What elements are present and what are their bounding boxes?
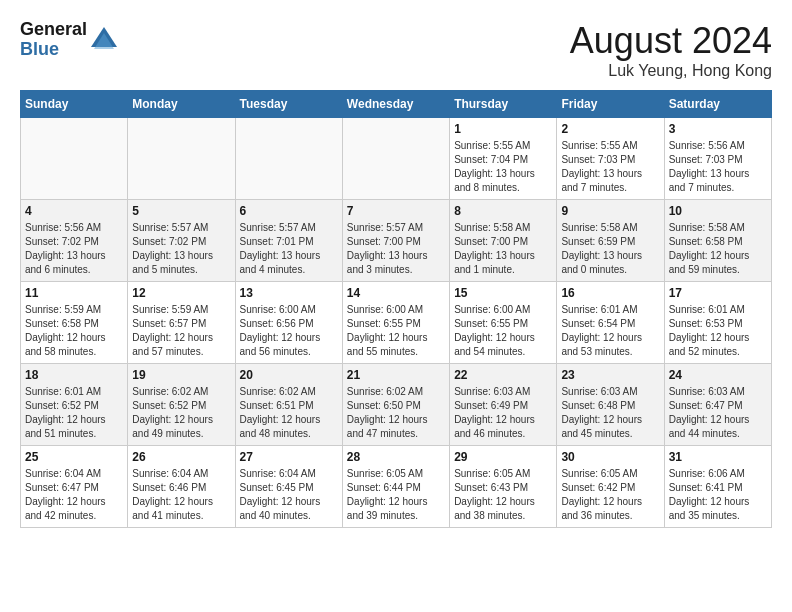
day-info: Sunrise: 6:03 AM Sunset: 6:47 PM Dayligh… — [669, 385, 767, 441]
day-info: Sunrise: 6:02 AM Sunset: 6:52 PM Dayligh… — [132, 385, 230, 441]
calendar-cell — [342, 118, 449, 200]
day-number: 7 — [347, 204, 445, 218]
logo-icon — [89, 25, 119, 55]
calendar-cell: 6Sunrise: 5:57 AM Sunset: 7:01 PM Daylig… — [235, 200, 342, 282]
day-number: 19 — [132, 368, 230, 382]
weekday-header-wednesday: Wednesday — [342, 91, 449, 118]
calendar-cell: 18Sunrise: 6:01 AM Sunset: 6:52 PM Dayli… — [21, 364, 128, 446]
day-number: 16 — [561, 286, 659, 300]
calendar-cell: 22Sunrise: 6:03 AM Sunset: 6:49 PM Dayli… — [450, 364, 557, 446]
day-number: 9 — [561, 204, 659, 218]
page-header: General Blue August 2024 Luk Yeung, Hong… — [20, 20, 772, 80]
day-number: 30 — [561, 450, 659, 464]
calendar-cell: 4Sunrise: 5:56 AM Sunset: 7:02 PM Daylig… — [21, 200, 128, 282]
calendar-cell: 25Sunrise: 6:04 AM Sunset: 6:47 PM Dayli… — [21, 446, 128, 528]
day-number: 2 — [561, 122, 659, 136]
calendar-cell — [235, 118, 342, 200]
day-info: Sunrise: 6:02 AM Sunset: 6:50 PM Dayligh… — [347, 385, 445, 441]
day-info: Sunrise: 6:01 AM Sunset: 6:54 PM Dayligh… — [561, 303, 659, 359]
calendar-cell: 19Sunrise: 6:02 AM Sunset: 6:52 PM Dayli… — [128, 364, 235, 446]
calendar-week-row: 18Sunrise: 6:01 AM Sunset: 6:52 PM Dayli… — [21, 364, 772, 446]
day-info: Sunrise: 5:56 AM Sunset: 7:03 PM Dayligh… — [669, 139, 767, 195]
day-number: 22 — [454, 368, 552, 382]
day-info: Sunrise: 5:59 AM Sunset: 6:58 PM Dayligh… — [25, 303, 123, 359]
day-info: Sunrise: 6:05 AM Sunset: 6:44 PM Dayligh… — [347, 467, 445, 523]
day-number: 23 — [561, 368, 659, 382]
day-number: 28 — [347, 450, 445, 464]
day-info: Sunrise: 6:05 AM Sunset: 6:43 PM Dayligh… — [454, 467, 552, 523]
weekday-header-row: SundayMondayTuesdayWednesdayThursdayFrid… — [21, 91, 772, 118]
day-number: 20 — [240, 368, 338, 382]
day-info: Sunrise: 6:01 AM Sunset: 6:53 PM Dayligh… — [669, 303, 767, 359]
calendar-cell: 24Sunrise: 6:03 AM Sunset: 6:47 PM Dayli… — [664, 364, 771, 446]
day-number: 15 — [454, 286, 552, 300]
weekday-header-tuesday: Tuesday — [235, 91, 342, 118]
calendar-week-row: 1Sunrise: 5:55 AM Sunset: 7:04 PM Daylig… — [21, 118, 772, 200]
day-info: Sunrise: 6:00 AM Sunset: 6:56 PM Dayligh… — [240, 303, 338, 359]
calendar-week-row: 11Sunrise: 5:59 AM Sunset: 6:58 PM Dayli… — [21, 282, 772, 364]
day-info: Sunrise: 6:04 AM Sunset: 6:47 PM Dayligh… — [25, 467, 123, 523]
weekday-header-sunday: Sunday — [21, 91, 128, 118]
calendar-cell: 2Sunrise: 5:55 AM Sunset: 7:03 PM Daylig… — [557, 118, 664, 200]
day-number: 21 — [347, 368, 445, 382]
day-number: 24 — [669, 368, 767, 382]
day-number: 5 — [132, 204, 230, 218]
day-info: Sunrise: 6:06 AM Sunset: 6:41 PM Dayligh… — [669, 467, 767, 523]
calendar-cell: 30Sunrise: 6:05 AM Sunset: 6:42 PM Dayli… — [557, 446, 664, 528]
day-number: 8 — [454, 204, 552, 218]
month-year: August 2024 — [570, 20, 772, 62]
weekday-header-saturday: Saturday — [664, 91, 771, 118]
day-info: Sunrise: 5:56 AM Sunset: 7:02 PM Dayligh… — [25, 221, 123, 277]
day-number: 14 — [347, 286, 445, 300]
day-info: Sunrise: 6:02 AM Sunset: 6:51 PM Dayligh… — [240, 385, 338, 441]
day-number: 26 — [132, 450, 230, 464]
day-info: Sunrise: 5:58 AM Sunset: 6:58 PM Dayligh… — [669, 221, 767, 277]
calendar-cell: 14Sunrise: 6:00 AM Sunset: 6:55 PM Dayli… — [342, 282, 449, 364]
calendar-cell: 21Sunrise: 6:02 AM Sunset: 6:50 PM Dayli… — [342, 364, 449, 446]
calendar-cell: 3Sunrise: 5:56 AM Sunset: 7:03 PM Daylig… — [664, 118, 771, 200]
day-info: Sunrise: 6:04 AM Sunset: 6:45 PM Dayligh… — [240, 467, 338, 523]
calendar-cell: 7Sunrise: 5:57 AM Sunset: 7:00 PM Daylig… — [342, 200, 449, 282]
calendar-cell: 11Sunrise: 5:59 AM Sunset: 6:58 PM Dayli… — [21, 282, 128, 364]
day-number: 1 — [454, 122, 552, 136]
location: Luk Yeung, Hong Kong — [570, 62, 772, 80]
calendar-cell: 10Sunrise: 5:58 AM Sunset: 6:58 PM Dayli… — [664, 200, 771, 282]
calendar-cell: 13Sunrise: 6:00 AM Sunset: 6:56 PM Dayli… — [235, 282, 342, 364]
weekday-header-monday: Monday — [128, 91, 235, 118]
logo: General Blue — [20, 20, 119, 60]
day-info: Sunrise: 5:58 AM Sunset: 7:00 PM Dayligh… — [454, 221, 552, 277]
calendar-table: SundayMondayTuesdayWednesdayThursdayFrid… — [20, 90, 772, 528]
day-info: Sunrise: 5:55 AM Sunset: 7:03 PM Dayligh… — [561, 139, 659, 195]
day-info: Sunrise: 6:05 AM Sunset: 6:42 PM Dayligh… — [561, 467, 659, 523]
day-info: Sunrise: 6:00 AM Sunset: 6:55 PM Dayligh… — [347, 303, 445, 359]
calendar-week-row: 25Sunrise: 6:04 AM Sunset: 6:47 PM Dayli… — [21, 446, 772, 528]
day-number: 17 — [669, 286, 767, 300]
day-info: Sunrise: 5:57 AM Sunset: 7:01 PM Dayligh… — [240, 221, 338, 277]
calendar-week-row: 4Sunrise: 5:56 AM Sunset: 7:02 PM Daylig… — [21, 200, 772, 282]
day-number: 18 — [25, 368, 123, 382]
day-info: Sunrise: 6:03 AM Sunset: 6:49 PM Dayligh… — [454, 385, 552, 441]
calendar-cell: 17Sunrise: 6:01 AM Sunset: 6:53 PM Dayli… — [664, 282, 771, 364]
day-info: Sunrise: 5:59 AM Sunset: 6:57 PM Dayligh… — [132, 303, 230, 359]
day-number: 3 — [669, 122, 767, 136]
calendar-cell: 12Sunrise: 5:59 AM Sunset: 6:57 PM Dayli… — [128, 282, 235, 364]
calendar-cell: 27Sunrise: 6:04 AM Sunset: 6:45 PM Dayli… — [235, 446, 342, 528]
day-number: 4 — [25, 204, 123, 218]
weekday-header-thursday: Thursday — [450, 91, 557, 118]
calendar-cell: 23Sunrise: 6:03 AM Sunset: 6:48 PM Dayli… — [557, 364, 664, 446]
day-info: Sunrise: 5:57 AM Sunset: 7:00 PM Dayligh… — [347, 221, 445, 277]
calendar-cell: 16Sunrise: 6:01 AM Sunset: 6:54 PM Dayli… — [557, 282, 664, 364]
day-info: Sunrise: 5:57 AM Sunset: 7:02 PM Dayligh… — [132, 221, 230, 277]
day-number: 13 — [240, 286, 338, 300]
calendar-cell: 8Sunrise: 5:58 AM Sunset: 7:00 PM Daylig… — [450, 200, 557, 282]
logo-blue: Blue — [20, 40, 87, 60]
day-number: 27 — [240, 450, 338, 464]
calendar-cell — [128, 118, 235, 200]
day-number: 12 — [132, 286, 230, 300]
day-info: Sunrise: 5:58 AM Sunset: 6:59 PM Dayligh… — [561, 221, 659, 277]
day-info: Sunrise: 6:01 AM Sunset: 6:52 PM Dayligh… — [25, 385, 123, 441]
day-info: Sunrise: 6:04 AM Sunset: 6:46 PM Dayligh… — [132, 467, 230, 523]
calendar-cell: 28Sunrise: 6:05 AM Sunset: 6:44 PM Dayli… — [342, 446, 449, 528]
calendar-cell: 31Sunrise: 6:06 AM Sunset: 6:41 PM Dayli… — [664, 446, 771, 528]
calendar-cell: 9Sunrise: 5:58 AM Sunset: 6:59 PM Daylig… — [557, 200, 664, 282]
